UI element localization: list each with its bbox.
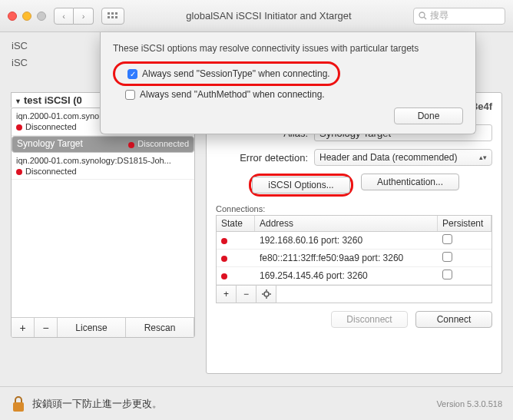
highlight-ring: iSCSI Options... [249,174,353,197]
target-status: Disconnected [25,167,77,176]
svg-rect-3 [108,16,110,18]
connections-label: Connections: [216,204,492,213]
close-icon[interactable] [8,12,17,21]
add-connection-button[interactable]: + [217,286,237,303]
col-state[interactable]: State [217,216,255,231]
col-address[interactable]: Address [255,216,438,231]
persistent-checkbox[interactable] [442,234,452,244]
nav-segment: ‹ › [54,8,94,25]
status-dot-icon [221,273,227,279]
disconnect-button: Disconnect [331,311,408,328]
target-sidebar: iqn.2000-01.com.synology:DS1815-Jon... D… [11,107,195,338]
highlight-ring: ✓ Always send "SessionType" when connect… [113,61,340,86]
search-placeholder: 搜尋 [430,9,448,22]
search-input[interactable]: 搜尋 [413,8,505,25]
bottom-bar: 按鎖頭一下防止進一步更改。 Version 5.3.0.518 [0,386,513,420]
zoom-icon [37,12,46,21]
table-row[interactable]: 192.168.60.16 port: 3260 [217,232,491,250]
status-dot-icon [16,124,22,131]
persistent-checkbox[interactable] [442,252,452,262]
target-iqn: Synology Target [17,138,83,150]
grid-icon [108,12,118,20]
add-target-button[interactable]: + [12,318,35,337]
license-button[interactable]: License [58,318,126,337]
svg-rect-4 [111,16,114,18]
target-status: Disconnected [25,122,77,131]
connect-button[interactable]: Connect [415,311,492,328]
table-row[interactable]: fe80::211:32ff:fe50:9aa9 port: 3260 [217,250,491,267]
authmethod-checkbox[interactable] [125,90,135,100]
lock-icon[interactable] [11,395,26,412]
table-header: State Address Persistent [217,216,491,232]
svg-rect-2 [115,12,117,15]
conn-address: fe80::211:32ff:fe50:9aa9 port: 3260 [255,250,438,266]
target-item[interactable]: iqn.2000-01.com.synology:DS1815-Joh... D… [12,153,194,180]
svg-rect-0 [108,12,110,15]
detail-panel: 3c3633e4f Alias: Synology Target Error d… [206,92,502,374]
svg-line-7 [424,17,426,19]
remove-target-button[interactable]: − [35,318,58,337]
toolbar-tabs: iSC iSC [0,32,115,74]
done-button[interactable]: Done [394,107,463,124]
forward-button[interactable]: › [74,8,94,25]
svg-rect-1 [111,12,114,15]
back-button[interactable]: ‹ [54,8,74,25]
status-dot-icon [16,169,22,175]
status-dot-icon [128,142,134,148]
error-detection-label: Error detection: [216,152,308,164]
target-status: Disconnected [137,139,189,148]
authentication-button[interactable]: Authentication... [361,174,459,190]
error-detection-select[interactable]: Header and Data (recommended) ▴▾ [314,149,492,166]
remove-connection-button[interactable]: − [237,286,256,303]
gear-icon [262,289,271,299]
show-all-button[interactable] [101,8,124,25]
rescan-button[interactable]: Rescan [126,318,194,337]
iscsi-options-button[interactable]: iSCSI Options... [252,177,350,193]
authmethod-label: Always send "AuthMethod" when connecting… [140,89,325,100]
window-controls [8,12,46,21]
target-iqn: iqn.2000-01.com.synology:DS1815-Joh... [16,155,190,166]
table-row[interactable]: 169.254.145.46 port: 3260 [217,267,491,285]
table-footer: + − [217,285,491,303]
conn-address: 192.168.60.16 port: 3260 [255,233,438,248]
sidebar-footer: + − License Rescan [12,317,194,337]
version-label: Version 5.3.0.518 [436,399,502,408]
window-title: globalSAN iSCSI Initiator and Xtarget [132,10,405,21]
connections-table: State Address Persistent 192.168.60.16 p… [216,215,492,303]
target-item-selected[interactable]: Synology Target Disconnected [12,136,194,153]
titlebar: ‹ › globalSAN iSCSI Initiator and Xtarge… [0,0,513,32]
svg-point-8 [264,292,269,296]
lock-text: 按鎖頭一下防止進一步更改。 [32,397,162,411]
svg-rect-13 [13,402,24,412]
status-dot-icon [221,256,227,262]
status-dot-icon [221,238,227,244]
search-icon [419,12,427,20]
iscsi-options-sheet: These iSCSI options may resolve connecti… [100,32,476,134]
col-persistent[interactable]: Persistent [438,216,491,231]
sessiontype-checkbox[interactable]: ✓ [127,69,137,79]
sheet-hint: These iSCSI options may resolve connecti… [113,43,463,54]
conn-address: 169.254.145.46 port: 3260 [255,268,438,283]
persistent-checkbox[interactable] [442,270,452,279]
svg-point-6 [419,12,425,18]
chevron-updown-icon: ▴▾ [479,154,487,161]
sessiontype-label: Always send "SessionType" when connectin… [142,68,330,79]
connection-settings-button[interactable] [256,286,276,303]
svg-rect-5 [115,16,117,18]
minimize-icon[interactable] [22,12,31,21]
